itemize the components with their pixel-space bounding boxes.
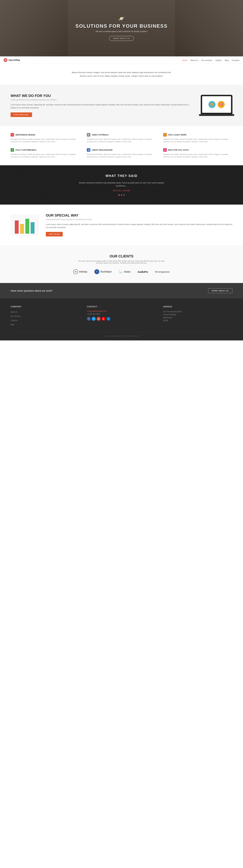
client-audiopro: AudioPro (138, 270, 148, 273)
footer-link-about[interactable]: About us (10, 310, 80, 313)
audiopro-logo-text: AudioPro (138, 270, 148, 273)
footer-link-our-services[interactable]: Our services (10, 315, 21, 317)
what-we-do-title: WHAT WE DO FOR YOU (10, 94, 194, 98)
video-tutorials-icon: ▶ (87, 133, 90, 136)
hero-content: 🪐 SOLUTIONS FOR YOUR BUSINESS We are a c… (75, 16, 168, 41)
footer-link-services[interactable]: Our services (10, 314, 80, 317)
footer-link-contacts-link[interactable]: Contacts (10, 319, 18, 321)
footer: COMPANY About us Our services Contacts B… (0, 299, 243, 340)
feature-title-4: FULLY CUSTOMIZABLE (15, 149, 36, 151)
fully-customizable-icon: ✦ (10, 148, 14, 152)
youtube-icon[interactable]: ▶ (102, 317, 105, 321)
what-we-do-subtitle: Create great way for any company to pres… (10, 99, 194, 101)
client-techstart: T TechStart (94, 269, 112, 274)
infinity-logo-icon: ∞ (73, 269, 78, 274)
bar-yellow (20, 224, 24, 234)
dot-3[interactable] (123, 194, 125, 196)
footer-address-text: 101 The Amazing Road Premier Building Ma… (163, 310, 233, 322)
features-section: ◻ RESPONSIVE DESIGN Phasellus enim liber… (0, 126, 243, 165)
nav-item-services[interactable]: Our services (202, 59, 212, 62)
feature-desc-3: Phasellus enim libero, blandit vel sapie… (163, 138, 233, 143)
client-infinity: ∞ Infinity (73, 269, 88, 274)
laptop-screen: 🎨 🎯 (202, 96, 231, 113)
facebook-icon[interactable]: f (87, 317, 91, 321)
cta-button[interactable]: MORE ABOUT US (208, 288, 233, 293)
feature-page-builder: ⊞ GREAT PAGE BUILDER Phasellus enim libe… (87, 148, 156, 158)
hero-cta-button[interactable]: MORE ABOUT US (109, 36, 134, 41)
bar-green (25, 219, 29, 234)
dot-1[interactable] (118, 194, 120, 196)
nav-item-about[interactable]: About us (191, 59, 198, 62)
hero-section: 🪐 SOLUTIONS FOR YOUR BUSINESS We are a c… (0, 0, 243, 56)
page-builder-icon: ⊞ (87, 148, 90, 152)
navbar: 🪐 SpecialWay Home About us Our services … (0, 56, 243, 64)
address-line-2: Premier Building (163, 313, 233, 316)
nav-menu: Home About us Our services Gallery Blog … (182, 59, 240, 62)
footer-company-links: About us Our services Contacts Blog (10, 310, 80, 326)
footer-link-about-us[interactable]: About us (10, 311, 18, 313)
testimonial-dots (10, 194, 233, 196)
footer-email: contact@specialway.com (87, 310, 156, 312)
techstart-logo-icon: T (94, 269, 99, 274)
googleplus-icon[interactable]: g+ (97, 317, 101, 321)
feature-best-for-you: ★ BEST FOR YOU, GUYS! Phasellus enim lib… (163, 148, 233, 158)
clients-logos: ∞ Infinity T TechStart 🦢 Swan AudioPro S… (10, 269, 233, 274)
twitter-icon[interactable]: t (92, 317, 96, 321)
feature-video-tutorials: ▶ VIDEO TUTORIALS Phasellus enim libero,… (87, 133, 156, 143)
features-grid: ◻ RESPONSIVE DESIGN Phasellus enim liber… (10, 133, 233, 158)
footer-company-title: COMPANY (10, 306, 80, 308)
nav-link-gallery[interactable]: Gallery (215, 59, 222, 61)
nav-link-home[interactable]: Home (182, 59, 187, 61)
feature-header-1: ◻ RESPONSIVE DESIGN (10, 133, 80, 136)
nav-item-gallery[interactable]: Gallery (215, 59, 222, 62)
screen-icon-2: 🎯 (218, 101, 225, 108)
nav-item-home[interactable]: Home (182, 59, 187, 62)
footer-social: f t g+ ▶ in (87, 317, 156, 321)
nav-item-blog[interactable]: Blog (225, 59, 229, 62)
brand-icon: 🪐 (3, 58, 7, 62)
feature-header-4: ✦ FULLY CUSTOMIZABLE (10, 148, 80, 152)
address-line-1: 101 The Amazing Road (163, 310, 233, 313)
testimonial-title: WHAT THEY SAID (10, 174, 233, 178)
feature-header-5: ⊞ GREAT PAGE BUILDER (87, 148, 156, 152)
intro-section: Mauris fermeum dictum magna. Sed loreet … (0, 64, 243, 85)
best-for-you-icon: ★ (163, 148, 167, 152)
special-way-section: OUR SPECIAL WAY Create great way for any… (0, 205, 243, 245)
special-way-desc: Lorem ipsum dolor sit amet, adipiscing e… (46, 223, 233, 229)
dot-2[interactable] (121, 194, 122, 196)
footer-link-blog[interactable]: Blog (10, 323, 80, 326)
testimonial-section: WHAT THEY SAID Aenean nonummy hendrerit … (0, 165, 243, 205)
nav-link-services[interactable]: Our services (202, 59, 212, 61)
feature-title-3: FAST & EASY WORK (168, 134, 187, 136)
clients-title: OUR CLIENTS (10, 254, 233, 258)
responsive-design-icon: ◻ (10, 133, 14, 136)
feature-title-6: BEST FOR YOU, GUYS! (168, 149, 189, 151)
nav-item-contacts[interactable]: Contacts (232, 59, 240, 62)
our-services-button[interactable]: OUR SERVICES (10, 113, 32, 117)
screen-icon-1: 🎨 (208, 101, 215, 108)
special-way-text: OUR SPECIAL WAY Create great way for any… (46, 213, 233, 237)
feature-desc-1: Phasellus enim libero, blandit vel sapie… (10, 138, 80, 143)
infinity-logo-text: Infinity (79, 270, 88, 273)
feature-fast-easy-work: ⚡ FAST & EASY WORK Phasellus enim libero… (163, 133, 233, 143)
our-team-button[interactable]: OUR TEAM (46, 232, 63, 237)
linkedin-icon[interactable]: in (107, 317, 110, 321)
footer-link-contacts[interactable]: Contacts (10, 318, 80, 322)
nav-link-blog[interactable]: Blog (225, 59, 229, 61)
footer-contact: CONTACT contact@specialway.com +1 800 62… (87, 306, 156, 327)
nav-link-about[interactable]: About us (191, 59, 198, 61)
address-line-3: Manchester (163, 316, 233, 319)
cta-section: Have some questions about our work? MORE… (0, 283, 243, 299)
laptop-base (199, 114, 234, 116)
footer-address: ADRESS 101 The Amazing Road Premier Buil… (163, 306, 233, 327)
testimonial-author: Nick Frost, co-founder (10, 190, 233, 191)
bar-chart (10, 214, 39, 236)
footer-link-blog-link[interactable]: Blog (10, 324, 14, 326)
nav-link-contacts[interactable]: Contacts (232, 59, 240, 61)
special-way-title: OUR SPECIAL WAY (46, 213, 233, 217)
clients-description: We want clients and designers alike to t… (77, 260, 166, 264)
bar-teal (31, 222, 35, 234)
swan-logo-text: Swan (124, 270, 131, 273)
cta-text: Have some questions about our work? (10, 289, 53, 292)
footer-email-link[interactable]: contact@specialway.com (87, 310, 107, 312)
